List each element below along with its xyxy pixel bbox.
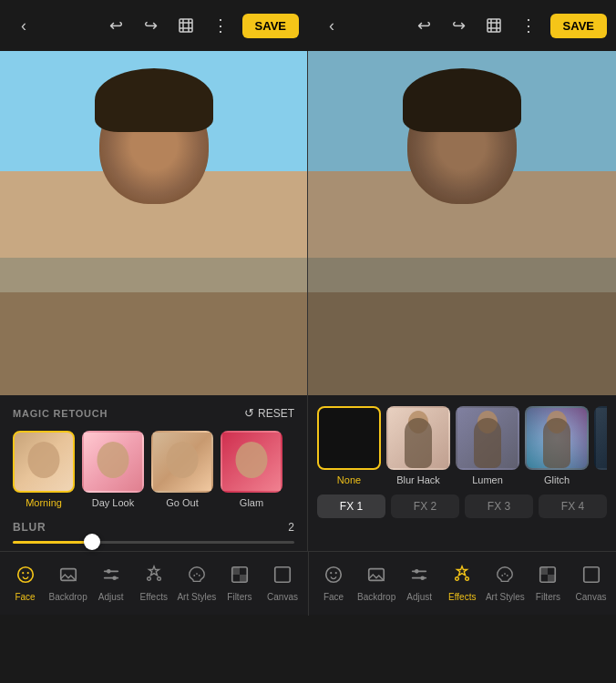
left-toolbar-icons: ↩ ↪ ⋮ SAVE: [104, 13, 299, 38]
nav-effects-right[interactable]: Effects: [441, 552, 484, 615]
effect-none[interactable]: None: [317, 406, 381, 485]
svg-point-35: [456, 577, 459, 581]
person-silhouette-lumen: [474, 418, 501, 468]
nav-backdrop-left[interactable]: Backdrop: [46, 552, 89, 615]
effect-lumen[interactable]: Lumen: [456, 406, 519, 485]
magic-retouch-title: MAGIC RETOUCH: [13, 408, 108, 419]
nav-label-canvas-left: Canvas: [267, 592, 298, 602]
save-button-right[interactable]: SAVE: [550, 14, 607, 38]
effects-row: None Blur Hack Lumen: [317, 406, 607, 485]
back-button[interactable]: ‹: [9, 11, 38, 40]
style-thumb-goout: [151, 431, 213, 493]
right-toolbar-icons: ↩ ↪ ⋮ SAVE: [412, 13, 607, 38]
nav-canvas-right[interactable]: Canvas: [570, 552, 612, 615]
effect-thumb-blurhack: [386, 406, 450, 470]
svg-rect-41: [540, 567, 548, 575]
face-icon-right: [323, 565, 344, 589]
style-thumb-daylook: [82, 431, 144, 493]
svg-point-38: [504, 573, 506, 575]
redo-button-right[interactable]: ↪: [447, 13, 472, 38]
style-glam[interactable]: Glam: [221, 431, 282, 508]
effect-label-none: None: [337, 474, 361, 485]
svg-rect-42: [548, 575, 555, 582]
left-photo: [0, 51, 307, 395]
person-silhouette-glitch: [543, 418, 570, 468]
effect-glitch[interactable]: Glitch: [525, 406, 589, 485]
nav-label-effects-right: Effects: [448, 592, 476, 602]
style-goout[interactable]: Go Out: [151, 431, 213, 508]
nav-label-effects-left: Effects: [140, 592, 168, 602]
nav-canvas-left[interactable]: Canvas: [261, 552, 303, 615]
undo-button-right[interactable]: ↩: [412, 13, 437, 38]
nav-label-face-left: Face: [15, 592, 35, 602]
blur-value: 2: [288, 521, 294, 534]
top-toolbar: ‹ ↩ ↪ ⋮ SAVE ‹ ↩ ↪: [0, 0, 616, 51]
crop-button[interactable]: [173, 13, 199, 38]
fx-tab-3[interactable]: FX 3: [465, 494, 533, 518]
filters-icon-left: [230, 565, 250, 589]
nav-artstyles-left[interactable]: Art Styles: [175, 552, 218, 615]
style-label-morning: Morning: [26, 497, 62, 508]
back-button-right[interactable]: ‹: [317, 11, 346, 40]
canvas-icon-right: [581, 565, 601, 589]
adjust-icon-right: [409, 565, 429, 589]
adjust-icon-left: [101, 565, 121, 589]
effects-icon-left: [144, 565, 164, 589]
effect-thumb-lumen: [456, 406, 519, 470]
svg-point-29: [335, 572, 337, 574]
nav-label-filters-right: Filters: [536, 592, 560, 602]
nav-filters-left[interactable]: Filters: [218, 552, 261, 615]
blur-slider-thumb[interactable]: [84, 534, 100, 550]
effect-r[interactable]: R: [594, 406, 607, 485]
magic-retouch-panel: MAGIC RETOUCH ↺ RESET Morning Day Look: [0, 395, 308, 551]
fx-tab-4[interactable]: FX 4: [539, 494, 607, 518]
bottom-panels: MAGIC RETOUCH ↺ RESET Morning Day Look: [0, 395, 616, 551]
effect-label-blurhack: Blur Hack: [396, 474, 440, 485]
crop-button-right[interactable]: [481, 13, 507, 38]
backdrop-icon-right: [366, 565, 386, 589]
nav-filters-right[interactable]: Filters: [527, 552, 570, 615]
redo-button[interactable]: ↪: [139, 13, 164, 38]
more-button[interactable]: ⋮: [208, 13, 233, 38]
reset-button[interactable]: ↺ RESET: [244, 406, 294, 420]
person-silhouette-blurhack: [405, 418, 432, 468]
nav-adjust-right[interactable]: Adjust: [398, 552, 441, 615]
left-toolbar: ‹ ↩ ↪ ⋮ SAVE: [0, 11, 308, 40]
svg-point-18: [147, 577, 150, 581]
effect-label-glitch: Glitch: [544, 474, 570, 485]
style-morning[interactable]: Morning: [13, 431, 75, 508]
style-thumb-morning: [13, 431, 75, 493]
effect-blurhack[interactable]: Blur Hack: [386, 406, 450, 485]
blur-slider-track[interactable]: [13, 541, 294, 544]
svg-rect-24: [232, 567, 240, 575]
nav-artstyles-right[interactable]: Art Styles: [484, 552, 527, 615]
nav-adjust-left[interactable]: Adjust: [89, 552, 132, 615]
nav-label-backdrop-right: Backdrop: [357, 592, 395, 602]
nav-face-left[interactable]: Face: [4, 552, 46, 615]
fx-tab-2[interactable]: FX 2: [391, 494, 459, 518]
nav-backdrop-right[interactable]: Backdrop: [355, 552, 398, 615]
blur-slider-fill: [13, 541, 92, 544]
fx-tabs: FX 1 FX 2 FX 3 FX 4: [317, 494, 607, 518]
nav-face-right[interactable]: Face: [313, 552, 355, 615]
style-thumb-glam: [221, 431, 282, 493]
style-daylook[interactable]: Day Look: [82, 431, 144, 508]
svg-point-39: [507, 575, 508, 576]
svg-point-11: [22, 572, 24, 574]
fx-tab-1[interactable]: FX 1: [317, 494, 385, 518]
left-bottom-nav: Face Backdrop Adjust Effects Art Styles: [0, 552, 308, 615]
save-button-left[interactable]: SAVE: [242, 14, 299, 38]
style-label-goout: Go Out: [166, 497, 198, 508]
effects-panel: None Blur Hack Lumen: [308, 395, 616, 551]
effect-thumb-r: [594, 406, 607, 470]
svg-point-21: [196, 573, 198, 575]
reset-label: RESET: [258, 407, 294, 420]
svg-point-20: [193, 575, 195, 576]
style-label-glam: Glam: [240, 497, 263, 508]
undo-button[interactable]: ↩: [104, 13, 129, 38]
left-image-panel: [0, 51, 308, 395]
more-button-right[interactable]: ⋮: [516, 13, 541, 38]
nav-effects-left[interactable]: Effects: [132, 552, 175, 615]
blur-label: BLUR: [13, 521, 46, 534]
svg-point-16: [107, 569, 111, 574]
